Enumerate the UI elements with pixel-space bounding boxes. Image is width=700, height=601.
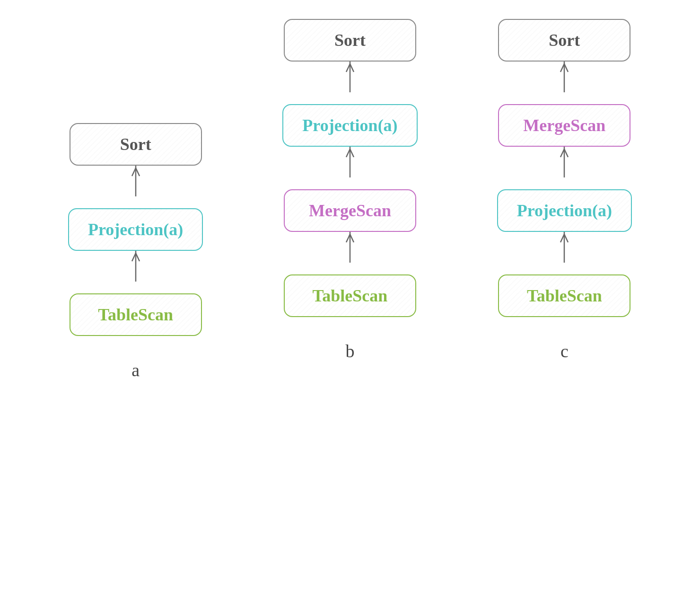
node-tablescan-c: TableScan xyxy=(498,274,630,317)
node-mergescan-b: MergeScan xyxy=(284,189,416,232)
column-a-label: a xyxy=(131,360,140,380)
column-c: Sort MergeScan Projection(a) TableScan xyxy=(497,19,632,362)
column-b-label: b xyxy=(345,341,354,362)
projection-b-label: Projection(a) xyxy=(302,116,397,135)
diagram-container: Sort Projection(a) TableScan a Sort xyxy=(0,0,700,601)
node-sort-b: Sort xyxy=(284,19,416,62)
column-a: Sort Projection(a) TableScan a xyxy=(68,19,203,380)
arrow-projection-to-tablescan-a xyxy=(122,251,150,293)
node-sort-c: Sort xyxy=(498,19,630,62)
arrow-mergescan-to-tablescan-b xyxy=(336,232,364,274)
node-mergescan-c: MergeScan xyxy=(498,104,630,147)
tablescan-c-label: TableScan xyxy=(527,286,602,305)
arrow-sort-to-projection-a xyxy=(122,166,150,208)
node-sort-a: Sort xyxy=(70,123,202,166)
arrow-mergescan-to-projection-c xyxy=(550,147,578,189)
arrow-projection-to-mergescan-b xyxy=(336,147,364,189)
sort-b-label: Sort xyxy=(334,31,366,50)
node-projection-b: Projection(a) xyxy=(282,104,417,147)
node-tablescan-b: TableScan xyxy=(284,274,416,317)
arrow-projection-to-tablescan-c xyxy=(550,232,578,274)
column-b: Sort Projection(a) MergeScan TableScan xyxy=(282,19,417,362)
projection-a-label: Projection(a) xyxy=(88,220,183,239)
column-c-label: c xyxy=(560,341,569,362)
sort-c-label: Sort xyxy=(549,31,580,50)
arrow-sort-to-projection-b xyxy=(336,62,364,104)
projection-c-label: Projection(a) xyxy=(517,201,612,220)
node-projection-c: Projection(a) xyxy=(497,189,632,232)
sort-a-label: Sort xyxy=(120,135,151,154)
mergescan-c-label: MergeScan xyxy=(523,116,605,135)
tablescan-a-label: TableScan xyxy=(98,305,173,324)
tablescan-b-label: TableScan xyxy=(313,286,388,305)
arrow-sort-to-mergescan-c xyxy=(550,62,578,104)
node-tablescan-a: TableScan xyxy=(70,293,202,336)
node-projection-a: Projection(a) xyxy=(68,208,203,251)
mergescan-b-label: MergeScan xyxy=(309,201,391,220)
